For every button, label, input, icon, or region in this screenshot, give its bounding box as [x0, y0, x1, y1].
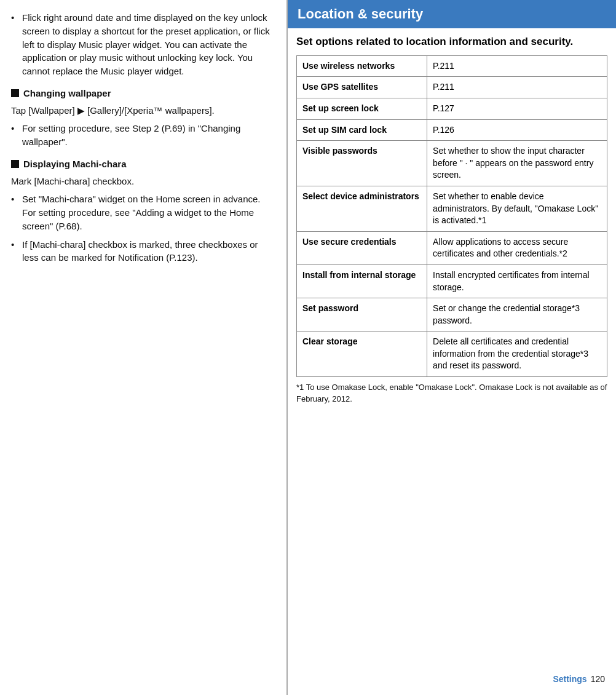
table-cell-value-9: Delete all certificates and credential i… — [427, 332, 607, 377]
table-cell-value-3: P.126 — [427, 119, 607, 141]
bullet-item-1: • Flick right around date and time displ… — [11, 11, 273, 78]
section2-title: Displaying Machi-chara — [23, 157, 127, 171]
table-row: Select device administratorsSet whether … — [297, 186, 607, 231]
table-cell-value-8: Set or change the credential storage*3 p… — [427, 298, 607, 332]
page-footer: Settings 120 — [553, 674, 605, 684]
table-cell-value-5: Set whether to enable device administrat… — [427, 186, 607, 231]
square-icon-2 — [11, 160, 19, 168]
section-machi-chara-header: Displaying Machi-chara — [11, 157, 273, 171]
table-row: Use secure credentialsAllow applications… — [297, 231, 607, 264]
square-icon — [11, 89, 19, 97]
table-row: Use GPS satellitesP.211 — [297, 77, 607, 98]
section2-bullet-2: • If [Machi-chara] checkbox is marked, t… — [11, 238, 273, 265]
page-subtitle: Set options related to location informat… — [288, 34, 616, 55]
footnotes: *1 To use Omakase Lock, enable "Omakase … — [288, 377, 616, 405]
table-cell-value-4: Set whether to show the input character … — [427, 141, 607, 186]
settings-table: Use wireless networksP.211Use GPS satell… — [296, 55, 607, 377]
right-column: Location & security Set options related … — [288, 0, 616, 695]
section1-bullet-text-1: For setting procedure, see Step 2 (P.69)… — [22, 122, 273, 149]
table-cell-value-7: Install encrypted certificates from inte… — [427, 264, 607, 298]
table-row: Clear storageDelete all certificates and… — [297, 332, 607, 377]
section2-body: Mark [Machi-chara] checkbox. — [11, 175, 273, 188]
table-cell-label-9: Clear storage — [297, 332, 427, 377]
page-title: Location & security — [288, 0, 616, 28]
table-row: Visible passwordsSet whether to show the… — [297, 141, 607, 186]
table-cell-label-1: Use GPS satellites — [297, 77, 427, 98]
bullet-icon-3: • — [11, 193, 20, 232]
section-changing-wallpaper-header: Changing wallpaper — [11, 87, 273, 100]
footer-label: Settings — [553, 674, 586, 684]
table-row: Set up screen lockP.127 — [297, 98, 607, 119]
bullet-icon: • — [11, 11, 20, 78]
footer-page: 120 — [591, 674, 605, 684]
table-cell-value-0: P.211 — [427, 55, 607, 77]
section2-bullet-text-2: If [Machi-chara] checkbox is marked, thr… — [22, 238, 273, 265]
table-row: Use wireless networksP.211 — [297, 55, 607, 77]
section1-bullet-1: • For setting procedure, see Step 2 (P.6… — [11, 122, 273, 149]
table-row: Install from internal storageInstall enc… — [297, 264, 607, 298]
section1-body: Tap [Wallpaper] ▶ [Gallery]/[Xperia™ wal… — [11, 104, 273, 117]
section2-bullet-1: • Set "Machi-chara" widget on the Home s… — [11, 193, 273, 232]
bullet-icon: • — [11, 122, 20, 149]
table-cell-label-6: Use secure credentials — [297, 231, 427, 264]
table-cell-label-5: Select device administrators — [297, 186, 427, 231]
table-cell-label-7: Install from internal storage — [297, 264, 427, 298]
table-row: Set passwordSet or change the credential… — [297, 298, 607, 332]
section1-title: Changing wallpaper — [23, 87, 111, 100]
table-cell-label-4: Visible passwords — [297, 141, 427, 186]
table-cell-label-8: Set password — [297, 298, 427, 332]
table-cell-label-2: Set up screen lock — [297, 98, 427, 119]
table-row: Set up SIM card lockP.126 — [297, 119, 607, 141]
footnote-1: *1 To use Omakase Lock, enable "Omakase … — [296, 383, 607, 403]
table-cell-label-0: Use wireless networks — [297, 55, 427, 77]
bullet-icon-4: • — [11, 238, 20, 265]
table-cell-value-1: P.211 — [427, 77, 607, 98]
table-cell-value-2: P.127 — [427, 98, 607, 119]
bullet-text-1: Flick right around date and time display… — [22, 11, 273, 78]
table-cell-value-6: Allow applications to access secure cert… — [427, 231, 607, 264]
left-column: • Flick right around date and time displ… — [0, 0, 288, 695]
section2-bullet-text-1: Set "Machi-chara" widget on the Home scr… — [22, 193, 273, 232]
table-cell-label-3: Set up SIM card lock — [297, 119, 427, 141]
